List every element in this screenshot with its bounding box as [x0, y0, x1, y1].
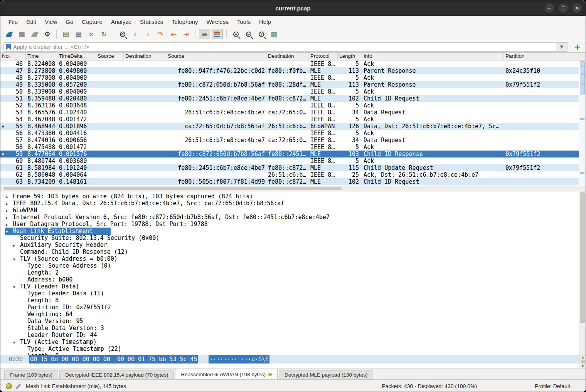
- start-capture-icon[interactable]: [3, 29, 15, 39]
- column-header-timedelta-2[interactable]: TimeDelta: [57, 53, 96, 60]
- detail-line[interactable]: ▾TLV (Source Address = b0:00): [0, 255, 586, 262]
- expander-icon[interactable]: ▾: [12, 284, 20, 291]
- hex-row[interactable]: 0030 00 15 0d 00 00 00 00 00 00 00 01 75…: [0, 355, 586, 364]
- packet-row[interactable]: 518.3594880.020480fe80::2451:c6b7:e8ce:4…: [0, 95, 579, 102]
- scroll-down-arrow-icon[interactable]: ▼: [580, 365, 586, 368]
- detail-line[interactable]: Leader Router ID: 44: [0, 332, 586, 338]
- display-filter-input[interactable]: [13, 44, 554, 50]
- detail-line[interactable]: Length: 8: [0, 297, 586, 304]
- menu-statistics[interactable]: Statistics: [136, 17, 167, 26]
- next-packet-icon[interactable]: ›: [142, 29, 153, 39]
- menu-help[interactable]: Help: [256, 17, 274, 26]
- auto-scroll-icon[interactable]: ≡: [199, 29, 210, 39]
- previous-packet-icon[interactable]: ‹: [130, 29, 141, 39]
- column-header-protocol-7[interactable]: Protocol: [309, 53, 338, 60]
- save-file-icon[interactable]: ▦: [73, 29, 84, 39]
- packet-row[interactable]: 498.3350080.057200fe80::c872:650d:b7b8:5…: [0, 81, 579, 88]
- packet-row[interactable]: 618.5819840.101240fe80::2451:c6b7:e8ce:4…: [0, 164, 579, 171]
- detail-line[interactable]: ▸Frame 59: 103 bytes on wire (824 bits),…: [0, 193, 586, 200]
- goto-packet-icon[interactable]: ↷: [155, 29, 166, 39]
- packet-row[interactable]: 608.4807440.003680IEEE 8…5Ack: [0, 157, 579, 164]
- packet-row[interactable]: 588.4754880.001472IEEE 8…5Ack: [0, 144, 579, 151]
- hscrollbar-thumb[interactable]: [3, 187, 342, 190]
- zoom-out-icon[interactable]: −: [243, 29, 254, 39]
- column-header-partition-10[interactable]: Partition: [504, 53, 562, 60]
- detail-line[interactable]: ▾TLV (Active Timestamp): [0, 338, 586, 345]
- menu-capture[interactable]: Capture: [78, 17, 106, 26]
- status-profile[interactable]: Profile: Default: [535, 383, 570, 389]
- detail-line[interactable]: ▸User Datagram Protocol, Src Port: 19788…: [0, 221, 586, 228]
- menu-go[interactable]: Go: [62, 17, 77, 26]
- packet-row[interactable]: 638.7342090.148161fe80::505e:f807:7f81:4…: [0, 178, 579, 185]
- packet-row[interactable]: 568.4733600.004416IEEE 8…5Ack: [0, 130, 579, 137]
- detail-line[interactable]: Command: Child ID Response (12): [0, 248, 586, 255]
- packet-row[interactable]: 528.3631360.003648IEEE 8…5Ack: [0, 102, 579, 109]
- stop-capture-icon[interactable]: ■: [16, 29, 27, 39]
- detail-line[interactable]: Weighting: 64: [0, 311, 586, 318]
- last-packet-icon[interactable]: ⇥: [180, 29, 192, 39]
- expander-icon[interactable]: ▾: [12, 256, 20, 263]
- detail-line[interactable]: Data Version: 95: [0, 318, 586, 325]
- tab-decrypted-ieee-802-15-4-payload-70-bytes[interactable]: Decrypted IEEE 802.15.4 payload (70 byte…: [59, 370, 174, 379]
- scrollbar-thumb[interactable]: [580, 61, 585, 95]
- capture-options-icon[interactable]: ⚙: [42, 29, 53, 39]
- detail-line[interactable]: Address: b000: [0, 276, 586, 283]
- menu-analyze[interactable]: Analyze: [108, 17, 135, 26]
- details-scrollbar[interactable]: [579, 191, 586, 355]
- packet-row[interactable]: 488.2778080.004000IEEE 8…5Ack: [0, 74, 579, 81]
- packet-list-scrollbar[interactable]: [579, 60, 586, 186]
- detail-line[interactable]: Partition ID: 0x79f551f2: [0, 304, 586, 311]
- menu-view[interactable]: View: [41, 17, 61, 26]
- scroll-up-arrow-icon[interactable]: ▲: [580, 355, 586, 359]
- detail-line[interactable]: ▸IEEE 802.15.4 Data, Dst: 26:51:c6:b7:e8…: [0, 200, 586, 207]
- close-button[interactable]: ✕: [573, 3, 582, 13]
- title-bar[interactable]: current.pcap ✕: [0, 0, 586, 16]
- open-file-icon[interactable]: ▤: [60, 29, 71, 39]
- packet-row[interactable]: 478.2738080.049800fe80::947f:f476:22bc:c…: [0, 67, 579, 74]
- packet-row[interactable]: 578.4740160.00065626:51:c6:b7:e8:ce:4b:e…: [0, 137, 579, 144]
- capture-comment-button[interactable]: [15, 383, 22, 389]
- detail-line[interactable]: ▾TLV (Leader Data): [0, 283, 586, 290]
- menu-wireless[interactable]: Wireless: [203, 17, 232, 26]
- column-header-info-9[interactable]: Info: [362, 53, 504, 60]
- detail-line[interactable]: ▾Mesh Link Establishment: [0, 228, 586, 235]
- packet-row[interactable]: 538.4655760.10244026:51:c6:b7:e8:ce:4b:e…: [0, 109, 579, 116]
- detail-line[interactable]: Length: 2: [0, 269, 586, 276]
- column-header-source-5[interactable]: Source: [166, 53, 266, 60]
- column-header-no-0[interactable]: No.: [0, 53, 26, 60]
- hex-bytes-selected[interactable]: 00 15 0d 00 00 00 00 00 00 00 01 75 bb 5…: [29, 355, 198, 364]
- detail-line[interactable]: Type: Leader Data (11): [0, 290, 586, 297]
- detail-line[interactable]: ▸Internet Protocol Version 6, Src: fe80:…: [0, 214, 586, 221]
- find-packet-icon[interactable]: A: [117, 29, 128, 39]
- hex-ascii-selected[interactable]: ········ ···u·S\E: [209, 355, 269, 364]
- column-header-destination-6[interactable]: Destination: [266, 53, 309, 60]
- menu-edit[interactable]: Edit: [23, 17, 40, 26]
- packet-row[interactable]: 548.4670480.001472IEEE 8…5Ack: [0, 116, 579, 123]
- expander-icon[interactable]: ▾: [12, 339, 20, 346]
- column-header-time-1[interactable]: Time: [26, 53, 57, 60]
- menu-tools[interactable]: Tools: [234, 17, 254, 26]
- detail-line[interactable]: ▸Auxiliary Security Header: [0, 241, 586, 248]
- details-scrollbar-thumb[interactable]: [580, 192, 585, 323]
- tab-decrypted-mle-payload-130-bytes[interactable]: Decrypted MLE payload (130 bytes): [279, 370, 373, 379]
- packet-row[interactable]: 508.3390080.004000IEEE 8…5Ack: [0, 88, 579, 95]
- colorize-packets-icon[interactable]: [212, 29, 223, 39]
- packet-row[interactable]: 468.2240080.004000IEEE 8…5Ack: [0, 60, 579, 67]
- detail-line[interactable]: ▸6LoWPAN: [0, 207, 586, 214]
- detail-line[interactable]: Type: Source Address (0): [0, 262, 586, 269]
- tab-frame-103-bytes[interactable]: Frame (103 bytes): [4, 370, 58, 379]
- zoom-in-icon[interactable]: +: [230, 29, 241, 39]
- maximize-button[interactable]: [559, 3, 568, 13]
- minimize-button[interactable]: [545, 3, 554, 13]
- detail-line[interactable]: Security Suite: 802.15.4 Security (0x00): [0, 235, 586, 241]
- resize-columns-icon[interactable]: ▥: [268, 29, 280, 39]
- add-filter-button[interactable]: +: [573, 43, 583, 51]
- expert-info-icon[interactable]: [6, 383, 12, 389]
- packet-row[interactable]: 598.4770640.001576fe80::c872:650d:b7b8:5…: [0, 151, 579, 157]
- packet-row[interactable]: 558.4689440.001896ca:72:65:0d:b7:b8:56:a…: [0, 123, 579, 130]
- hex-scrollbar-thumb[interactable]: [581, 360, 585, 364]
- filter-dropdown-button[interactable]: ▼: [556, 44, 567, 50]
- hex-scrollbar[interactable]: ▲ ▼: [579, 355, 586, 368]
- expander-icon[interactable]: ▾: [5, 228, 13, 235]
- filter-bookmark-icon[interactable]: [6, 44, 11, 50]
